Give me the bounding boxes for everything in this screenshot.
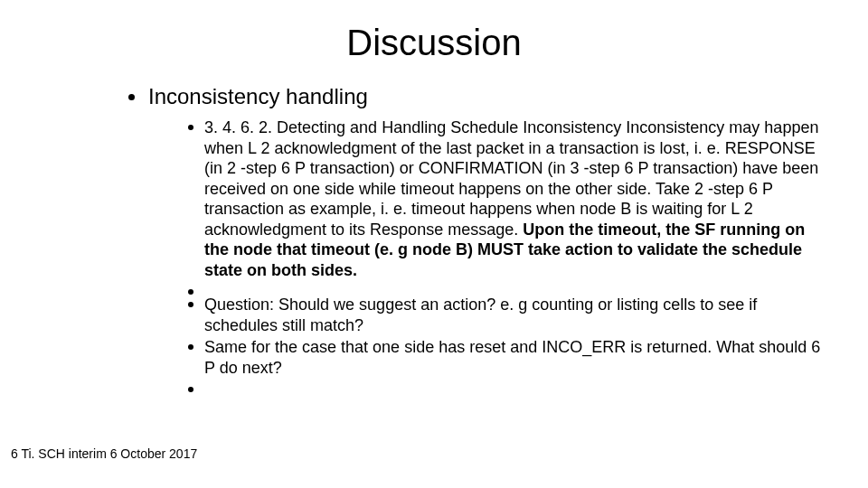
slide-title: Discussion	[45, 23, 823, 63]
l2-item: 3. 4. 6. 2. Detecting and Handling Sched…	[188, 117, 823, 280]
l2-text: Question: Should we suggest an action? e…	[204, 296, 757, 334]
l2-item-empty	[188, 282, 823, 293]
bullet-list-level-1: Inconsistency handling 3. 4. 6. 2. Detec…	[45, 83, 823, 390]
l2-item: Question: Should we suggest an action? e…	[188, 295, 823, 335]
l2-item: Same for the case that one side has rese…	[188, 337, 823, 378]
l1-item: Inconsistency handling 3. 4. 6. 2. Detec…	[128, 83, 823, 390]
slide: Discussion Inconsistency handling 3. 4. …	[0, 0, 868, 488]
bullet-list-level-2: 3. 4. 6. 2. Detecting and Handling Sched…	[148, 117, 823, 390]
l1-heading: Inconsistency handling	[148, 84, 368, 108]
l2-text: Same for the case that one side has rese…	[204, 338, 820, 377]
l2-item-empty	[188, 380, 823, 390]
slide-footer: 6 Ti. SCH interim 6 October 2017	[11, 446, 197, 461]
